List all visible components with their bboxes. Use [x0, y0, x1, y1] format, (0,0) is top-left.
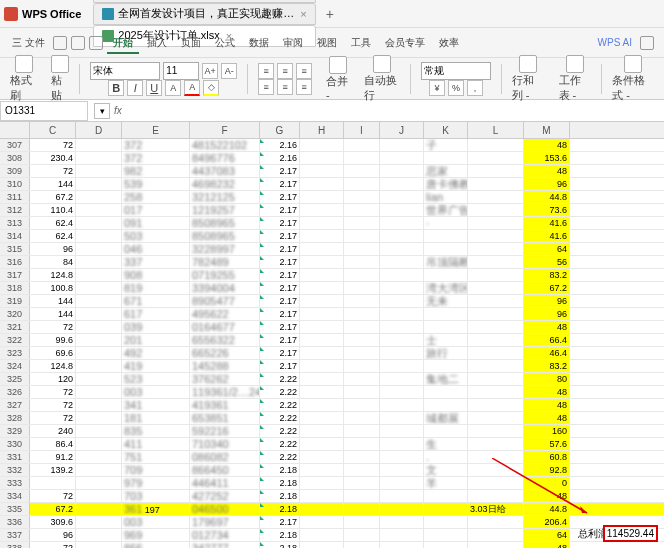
- cell[interactable]: 67.2: [30, 191, 76, 203]
- cell[interactable]: [76, 438, 122, 450]
- menu-item[interactable]: 数据: [243, 33, 275, 52]
- cell[interactable]: 481522102: [190, 139, 260, 151]
- rowcol-button[interactable]: 行和列 -: [508, 55, 549, 103]
- cell[interactable]: [76, 152, 122, 164]
- cell[interactable]: 3212125: [190, 191, 260, 203]
- cell[interactable]: 2.17: [260, 295, 300, 307]
- cell[interactable]: [468, 542, 524, 548]
- cell[interactable]: 2.18: [260, 503, 300, 515]
- cell[interactable]: [380, 217, 424, 229]
- cell[interactable]: 2.16: [260, 152, 300, 164]
- cell[interactable]: 67.2: [524, 282, 570, 294]
- cell[interactable]: 2.17: [260, 165, 300, 177]
- cell[interactable]: 523: [122, 373, 190, 385]
- name-box[interactable]: O1331: [0, 101, 88, 121]
- cell[interactable]: [424, 503, 468, 515]
- menu-item[interactable]: 工具: [345, 33, 377, 52]
- cell[interactable]: [380, 269, 424, 281]
- cell[interactable]: 372: [122, 152, 190, 164]
- cell[interactable]: 2.22: [260, 386, 300, 398]
- cell[interactable]: [300, 516, 344, 528]
- cell[interactable]: [468, 204, 524, 216]
- cell[interactable]: 64: [524, 243, 570, 255]
- cell[interactable]: 72: [30, 386, 76, 398]
- row-header[interactable]: 321: [0, 321, 30, 333]
- cell[interactable]: [344, 412, 380, 424]
- cell[interactable]: [76, 139, 122, 151]
- row-header[interactable]: 309: [0, 165, 30, 177]
- align-right-icon[interactable]: ≡: [296, 79, 312, 95]
- cell[interactable]: [380, 282, 424, 294]
- font-size-select[interactable]: [163, 62, 199, 80]
- cell[interactable]: 2.17: [260, 516, 300, 528]
- cell[interactable]: [300, 217, 344, 229]
- cell[interactable]: 539: [122, 178, 190, 190]
- cell[interactable]: 653851: [190, 412, 260, 424]
- cell[interactable]: [424, 321, 468, 333]
- row-header[interactable]: 311: [0, 191, 30, 203]
- cell[interactable]: 2.17: [260, 269, 300, 281]
- cell[interactable]: [468, 386, 524, 398]
- cell[interactable]: 2.22: [260, 425, 300, 437]
- cell[interactable]: [300, 399, 344, 411]
- cell[interactable]: 56: [524, 256, 570, 268]
- cell[interactable]: 2.17: [260, 347, 300, 359]
- cell[interactable]: [424, 243, 468, 255]
- column-header[interactable]: C: [30, 122, 76, 138]
- cell[interactable]: [468, 139, 524, 151]
- cell[interactable]: [300, 464, 344, 476]
- cell[interactable]: 城都展: [424, 412, 468, 424]
- row-header[interactable]: 318: [0, 282, 30, 294]
- cell[interactable]: [468, 230, 524, 242]
- cell[interactable]: [380, 451, 424, 463]
- cell[interactable]: [300, 243, 344, 255]
- cell[interactable]: 144: [30, 295, 76, 307]
- cell[interactable]: [424, 399, 468, 411]
- cell[interactable]: 100.8: [30, 282, 76, 294]
- cell[interactable]: 72: [30, 542, 76, 548]
- cell[interactable]: [468, 243, 524, 255]
- strike-icon[interactable]: A: [165, 80, 181, 96]
- worksheet-button[interactable]: 工作表 -: [555, 55, 596, 103]
- cell[interactable]: 吊顶隔断定制: [424, 256, 468, 268]
- cell[interactable]: 44.8: [524, 191, 570, 203]
- cell[interactable]: [468, 308, 524, 320]
- row-header[interactable]: 333: [0, 477, 30, 489]
- format-painter[interactable]: 格式刷: [6, 55, 41, 103]
- cell[interactable]: [380, 438, 424, 450]
- cell[interactable]: 012734: [190, 529, 260, 541]
- cell[interactable]: [468, 529, 524, 541]
- menu-item[interactable]: 开始: [107, 33, 139, 54]
- cell[interactable]: [344, 308, 380, 320]
- fx-icon[interactable]: fx: [114, 105, 122, 116]
- cell[interactable]: 48: [524, 399, 570, 411]
- cell[interactable]: 2.18: [260, 529, 300, 541]
- cell[interactable]: [76, 334, 122, 346]
- cell[interactable]: [300, 490, 344, 502]
- cell[interactable]: [30, 477, 76, 489]
- cell[interactable]: 376262: [190, 373, 260, 385]
- cell[interactable]: [424, 360, 468, 372]
- cell[interactable]: 集地二: [424, 373, 468, 385]
- cell[interactable]: 982: [122, 165, 190, 177]
- align-mid-icon[interactable]: ≡: [277, 63, 293, 79]
- cell[interactable]: 091: [122, 217, 190, 229]
- cell[interactable]: [380, 477, 424, 489]
- cell[interactable]: [468, 464, 524, 476]
- cell[interactable]: 160: [524, 425, 570, 437]
- cell[interactable]: [76, 178, 122, 190]
- column-header[interactable]: G: [260, 122, 300, 138]
- cell[interactable]: [468, 347, 524, 359]
- cell[interactable]: [344, 191, 380, 203]
- cell[interactable]: 96: [524, 295, 570, 307]
- cell[interactable]: [380, 529, 424, 541]
- cell[interactable]: 819: [122, 282, 190, 294]
- cell[interactable]: [344, 321, 380, 333]
- cell[interactable]: 72: [30, 139, 76, 151]
- cell[interactable]: [344, 178, 380, 190]
- cell[interactable]: 120: [30, 373, 76, 385]
- menu-item[interactable]: 页面: [175, 33, 207, 52]
- cell[interactable]: 046500: [190, 503, 260, 515]
- cell[interactable]: [76, 490, 122, 502]
- cell[interactable]: [380, 165, 424, 177]
